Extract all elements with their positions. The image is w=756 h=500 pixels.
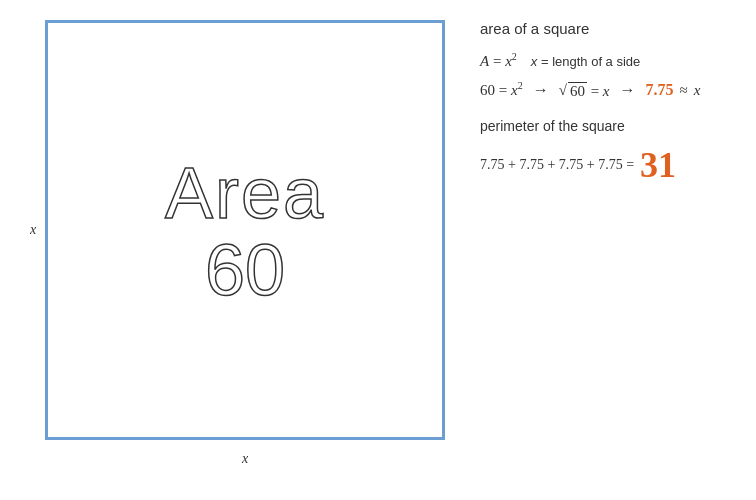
diagram-container: x Area 60 x (30, 20, 460, 480)
perimeter-title: perimeter of the square (480, 118, 750, 134)
info-title: area of a square (480, 20, 750, 37)
highlight-val: 7.75 (646, 81, 674, 99)
x-label-bottom: x (242, 451, 248, 467)
x-label-left: x (30, 222, 36, 238)
exp-2b: 2 (518, 80, 523, 91)
formula-A: A = x2 (480, 51, 517, 70)
x-var: x (694, 82, 701, 99)
square-box: x Area 60 x (45, 20, 445, 440)
perimeter-formula: 7.75 + 7.75 + 7.75 + 7.75 = 31 (480, 144, 750, 186)
approx-symbol: ≈ (680, 82, 688, 99)
area-number: 60 (205, 234, 285, 306)
perimeter-result: 31 (640, 144, 676, 186)
sqrt-expr: √60 = x (559, 82, 610, 100)
arrow1: → (533, 81, 549, 99)
formula-line-1: A = x2 x = length of a side (480, 51, 750, 70)
exp-2a: 2 (512, 51, 517, 62)
perimeter-expr: 7.75 + 7.75 + 7.75 + 7.75 = (480, 157, 634, 173)
info-panel: area of a square A = x2 x = length of a … (480, 20, 750, 186)
arrow2: → (620, 81, 636, 99)
x-desc: x = length of a side (531, 54, 641, 69)
sixty-eq: 60 = x2 (480, 80, 523, 99)
formula-line-2: 60 = x2 → √60 = x → 7.75 ≈ x (480, 80, 750, 100)
area-label: Area (165, 154, 325, 233)
